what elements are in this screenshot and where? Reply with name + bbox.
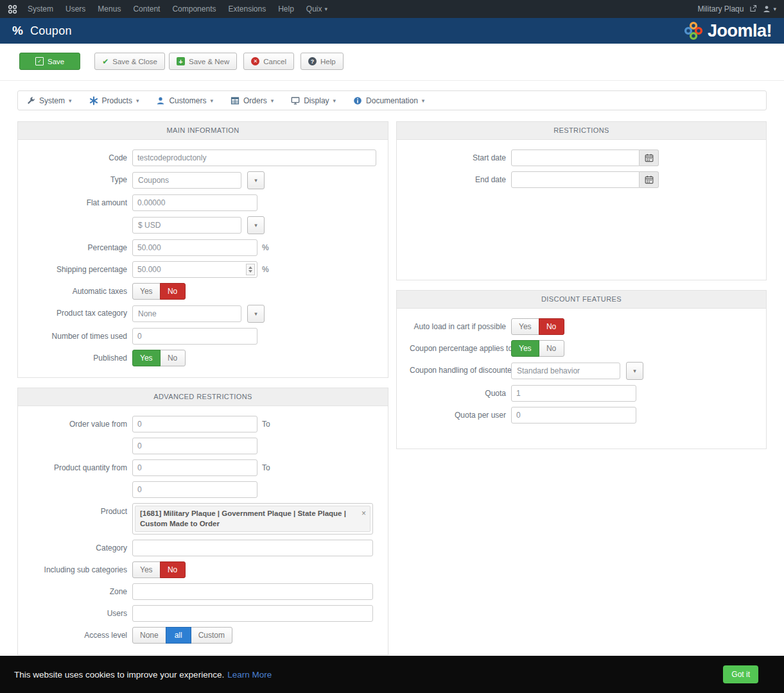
start-date-calendar-button[interactable] xyxy=(640,150,659,166)
admin-bar-right: Military Plaqu ▾ xyxy=(697,4,776,14)
panel-advanced-restrictions-title: ADVANCED RESTRICTIONS xyxy=(18,388,388,406)
info-icon xyxy=(353,96,362,105)
menubar-item-products[interactable]: Products ▾ xyxy=(89,96,139,105)
end-date-calendar-button[interactable] xyxy=(640,171,659,188)
save-icon: ✓ xyxy=(35,57,44,65)
chevron-down-icon: ▾ xyxy=(325,6,328,12)
user-menu[interactable]: ▾ xyxy=(763,5,776,13)
menubar-item-documentation[interactable]: Documentation ▾ xyxy=(353,96,424,105)
admin-menu-content[interactable]: Content xyxy=(133,4,160,13)
selected-product-text: [1681] Military Plaque | Government Plaq… xyxy=(140,509,346,527)
menubar-item-label: System xyxy=(39,96,65,105)
page: System Users Menus Content Components Ex… xyxy=(0,0,784,693)
zone-input[interactable] xyxy=(132,583,373,600)
type-select[interactable]: Coupons xyxy=(132,172,241,189)
panel-discount-features-title: DISCOUNT FEATURES xyxy=(397,291,766,309)
currency-select-caret-button[interactable]: ▾ xyxy=(247,216,265,234)
percentage-label: Percentage xyxy=(31,239,132,256)
percentage-input[interactable] xyxy=(132,239,257,256)
to-label: To xyxy=(262,463,270,472)
to-label: To xyxy=(262,420,270,429)
product-tax-category-select[interactable]: None xyxy=(132,305,241,322)
chevron-down-icon: ▾ xyxy=(69,98,72,104)
access-level-all-button[interactable]: all xyxy=(166,627,191,644)
admin-menu-users[interactable]: Users xyxy=(65,4,85,13)
admin-menu-system[interactable]: System xyxy=(28,4,53,13)
product-quantity-to-input[interactable] xyxy=(132,481,257,498)
joomla-logo: Joomla! xyxy=(684,21,772,41)
auto-load-yes-button[interactable]: Yes xyxy=(511,318,539,335)
coupon-handling-select[interactable]: Standard behavior xyxy=(511,363,620,379)
automatic-taxes-toggle: Yes No xyxy=(132,283,186,300)
save-button[interactable]: ✓ Save xyxy=(19,53,80,70)
code-input[interactable] xyxy=(132,150,376,166)
menubar-item-customers[interactable]: Customers ▾ xyxy=(156,96,213,105)
help-button[interactable]: ? Help xyxy=(301,53,344,70)
orders-icon xyxy=(231,96,240,105)
number-spinner[interactable] xyxy=(246,264,255,275)
coupon-handling-caret-button[interactable]: ▾ xyxy=(626,362,643,380)
product-selector[interactable]: [1681] Military Plaque | Government Plaq… xyxy=(132,503,373,535)
calendar-icon xyxy=(645,153,654,162)
spinner-down-icon xyxy=(248,270,252,273)
type-select-caret-button[interactable]: ▾ xyxy=(247,171,265,189)
users-input[interactable] xyxy=(132,605,373,622)
quota-input[interactable] xyxy=(511,385,636,402)
panel-discount-features: DISCOUNT FEATURES Auto load in cart if p… xyxy=(396,290,767,449)
shipping-percentage-input[interactable] xyxy=(132,261,257,278)
cancel-button[interactable]: ✕ Cancel xyxy=(243,53,294,70)
end-date-input[interactable] xyxy=(511,171,640,188)
flat-amount-input[interactable] xyxy=(132,194,257,211)
number-of-times-used-input[interactable] xyxy=(132,328,257,345)
display-icon xyxy=(291,96,300,105)
got-it-button[interactable]: Got it xyxy=(723,665,758,683)
coupon-percentage-applies-no-button[interactable]: No xyxy=(539,340,564,357)
automatic-taxes-no-button[interactable]: No xyxy=(160,283,186,300)
admin-menu-extensions[interactable]: Extensions xyxy=(228,4,266,13)
coupon-percentage-applies-toggle: Yes No xyxy=(511,340,564,357)
published-no-button[interactable]: No xyxy=(160,350,186,366)
category-input[interactable] xyxy=(132,540,373,556)
coupon-handling-label: Coupon handling of discounted pro xyxy=(410,362,511,379)
order-value-to-input[interactable] xyxy=(132,438,257,454)
product-quantity-from-label: Product quantity from xyxy=(31,459,132,476)
panel-restrictions: RESTRICTIONS Start date xyxy=(396,121,767,280)
product-quantity-from-input[interactable] xyxy=(132,459,257,476)
menubar-item-system[interactable]: System ▾ xyxy=(26,96,72,105)
order-value-from-input[interactable] xyxy=(132,416,257,432)
including-sub-categories-yes-button[interactable]: Yes xyxy=(132,561,161,578)
access-level-custom-button[interactable]: Custom xyxy=(191,627,232,644)
save-close-button[interactable]: ✔ Save & Close xyxy=(94,53,165,70)
site-name-link[interactable]: Military Plaqu xyxy=(697,4,744,13)
automatic-taxes-yes-button[interactable]: Yes xyxy=(132,283,161,300)
remove-product-icon[interactable]: × xyxy=(362,508,366,518)
learn-more-link[interactable]: Learn More xyxy=(227,670,272,680)
save-new-button[interactable]: + Save & New xyxy=(169,53,237,70)
admin-menu-help[interactable]: Help xyxy=(278,4,294,13)
save-close-label: Save & Close xyxy=(112,58,157,65)
toolbar-group-save: ✔ Save & Close + Save & New xyxy=(94,53,237,70)
category-label: Category xyxy=(31,540,132,556)
menubar-item-display[interactable]: Display ▾ xyxy=(291,96,336,105)
admin-menu-menus[interactable]: Menus xyxy=(98,4,121,13)
quota-per-user-input[interactable] xyxy=(511,407,636,424)
admin-menu-components[interactable]: Components xyxy=(172,4,216,13)
external-link-icon[interactable] xyxy=(749,4,757,14)
access-level-none-button[interactable]: None xyxy=(132,627,166,644)
published-toggle: Yes No xyxy=(132,350,186,366)
including-sub-categories-no-button[interactable]: No xyxy=(160,561,186,578)
page-title: Coupon xyxy=(30,24,72,38)
help-label: Help xyxy=(320,58,336,65)
published-yes-button[interactable]: Yes xyxy=(132,350,161,366)
menubar-item-label: Products xyxy=(102,96,132,105)
currency-select[interactable]: $ USD xyxy=(132,217,241,234)
product-tax-category-caret-button[interactable]: ▾ xyxy=(247,305,265,323)
access-level-toggle: None all Custom xyxy=(132,627,232,644)
coupon-percentage-applies-yes-button[interactable]: Yes xyxy=(511,340,539,357)
auto-load-no-button[interactable]: No xyxy=(539,318,564,335)
menubar-item-orders[interactable]: Orders ▾ xyxy=(231,96,274,105)
start-date-input[interactable] xyxy=(511,150,640,166)
toolbar: ✓ Save ✔ Save & Close + Save & New ✕ Can… xyxy=(0,44,784,81)
cancel-label: Cancel xyxy=(263,58,286,65)
admin-menu-quix[interactable]: Quix ▾ xyxy=(306,4,327,13)
